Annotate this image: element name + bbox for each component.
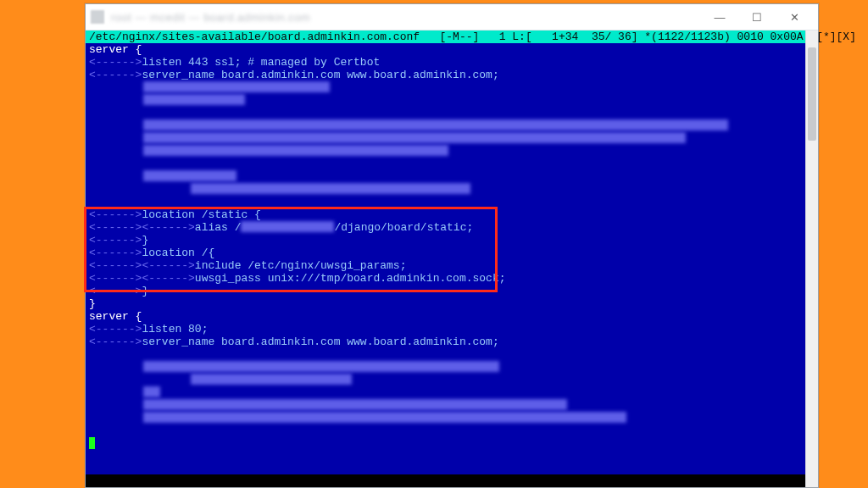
code-text: listen 443 ssl; # managed by Certbot (142, 56, 380, 69)
redacted-text (191, 374, 352, 385)
redacted-text (143, 386, 160, 397)
title-bar: root — mcedit — board.adminkin.com — ☐ ✕ (86, 4, 818, 30)
code-text: server { (89, 43, 142, 56)
scrollbar-thumb[interactable] (808, 47, 816, 141)
redacted-text (143, 94, 245, 105)
redacted-text (191, 183, 470, 194)
close-button[interactable]: ✕ (776, 5, 813, 29)
function-key-bar: 1Помощь 2Сохранить 3Блок 4Замена 5Копия … (86, 474, 806, 487)
code-text: } (89, 297, 96, 310)
redacted-text (143, 145, 448, 156)
redacted-text (143, 81, 330, 92)
redacted-text (143, 170, 236, 181)
editor-body[interactable]: server { <------>listen 443 ssl; # manag… (86, 43, 806, 474)
vertical-scrollbar[interactable] (805, 30, 818, 487)
text-cursor (89, 437, 95, 449)
minimize-button[interactable]: — (701, 5, 738, 29)
editor-pane[interactable]: /etc/nginx/sites-available/board.adminki… (86, 30, 806, 487)
redacted-text (143, 119, 728, 130)
highlight-box (84, 207, 498, 292)
app-window: root — mcedit — board.adminkin.com — ☐ ✕… (85, 3, 819, 488)
redacted-text (143, 361, 499, 372)
maximize-button[interactable]: ☐ (738, 5, 776, 29)
indent-marker: <------> (89, 323, 142, 336)
editor-status-bar: /etc/nginx/sites-available/board.adminki… (86, 30, 806, 43)
indent-marker: <------> (89, 56, 142, 69)
redacted-text (143, 399, 567, 410)
code-text: server { (89, 310, 142, 323)
code-text: server_name board.adminkin.com www.board… (142, 336, 498, 348)
window-title: root — mcedit — board.adminkin.com (111, 11, 701, 24)
code-text: server_name board.adminkin.com www.board… (142, 69, 498, 81)
app-icon (91, 10, 104, 24)
status-file-path: /etc/nginx/sites-available/board.adminki… (89, 30, 420, 43)
code-text: listen 80; (142, 323, 208, 336)
redacted-text (143, 132, 686, 143)
indent-marker: <------> (89, 336, 142, 348)
indent-marker: <------> (89, 69, 142, 81)
status-position: [-M--] 1 L:[ 1+34 35/ 36] *(1122/1123b) … (420, 30, 803, 43)
redacted-text (143, 412, 626, 423)
